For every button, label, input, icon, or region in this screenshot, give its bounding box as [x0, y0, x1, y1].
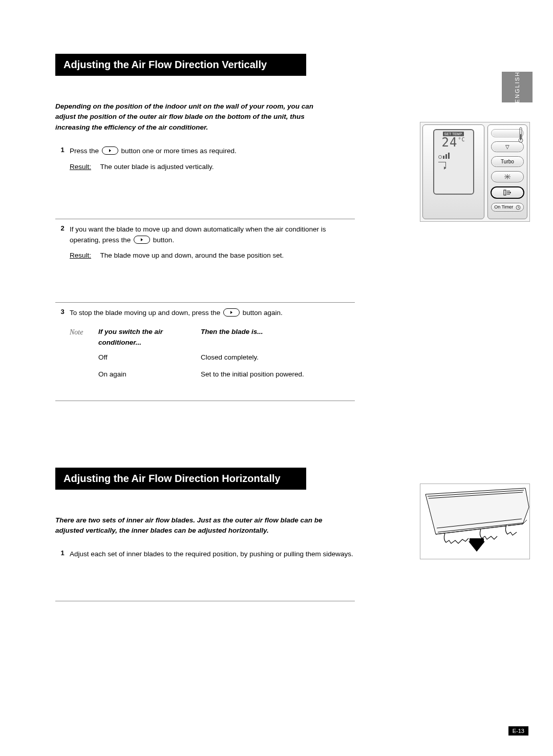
- step-number: 1: [55, 549, 70, 560]
- page-number: E-13: [508, 726, 528, 736]
- lcd-temperature: 24°C: [442, 135, 465, 150]
- step-row: 2 If you want the blade to move up and d…: [55, 219, 355, 303]
- step-number: 3: [55, 308, 70, 386]
- manual-page: ENGLISH SET TEMP. 24°C: [0, 0, 553, 756]
- thermometer-icon: [518, 127, 523, 143]
- note-label: Note: [70, 327, 98, 386]
- svg-rect-7: [504, 190, 506, 195]
- snowflake-icon: [503, 174, 512, 180]
- result-label: Result:: [70, 250, 98, 261]
- step-row: 1 Press the button one or more times as …: [55, 143, 355, 219]
- swing-button-icon: [223, 308, 240, 317]
- result-label: Result:: [70, 162, 98, 173]
- page-content: Adjusting the Air Flow Direction Vertica…: [55, 54, 424, 601]
- indoor-unit-illustration: [420, 484, 530, 559]
- step-body: To stop the blade moving up and down, pr…: [70, 308, 355, 386]
- swing-indicator-icon: [438, 162, 446, 169]
- section1-intro: Depending on the position of the indoor …: [55, 101, 332, 133]
- step-body: Press the button one or more times as re…: [70, 146, 355, 173]
- step-number: 2: [55, 224, 70, 262]
- note-row-item: On again Set to the initial position pow…: [98, 369, 355, 380]
- turbo-button: Turbo: [491, 156, 524, 167]
- fan-speed-icon: [438, 152, 450, 159]
- section-title-horizontal: Adjusting the Air Flow Direction Horizon…: [55, 468, 306, 490]
- note-header-result: Then the blade is...: [201, 327, 355, 348]
- on-timer-button: On Timer: [491, 203, 524, 212]
- remote-body-right: ▽ Turbo On Timer: [487, 124, 527, 219]
- triangle-down-icon: ▽: [505, 144, 509, 150]
- quiet-button: [491, 171, 524, 182]
- section2-intro: There are two sets of inner air flow bla…: [55, 515, 332, 536]
- section-title-vertical: Adjusting the Air Flow Direction Vertica…: [55, 54, 306, 76]
- note-row-item: Off Closed completely.: [98, 352, 355, 363]
- remote-body-left: SET TEMP. 24°C: [422, 124, 484, 219]
- swing-button: [491, 186, 524, 199]
- step-row: 3 To stop the blade moving up and down, …: [55, 303, 355, 401]
- step-body: Adjust each set of inner blades to the r…: [70, 549, 355, 560]
- note-block: Note If you switch the air conditioner..…: [70, 327, 355, 386]
- step-row: 1 Adjust each set of inner blades to the…: [55, 546, 355, 601]
- clock-icon: [516, 205, 521, 210]
- swing-button-icon: [102, 146, 118, 155]
- step-body: If you want the blade to move up and dow…: [70, 224, 355, 262]
- language-tab: ENGLISH: [502, 72, 533, 102]
- language-tab-label: ENGLISH: [514, 71, 520, 103]
- note-header-condition: If you switch the air conditioner...: [98, 327, 201, 348]
- remote-illustration: SET TEMP. 24°C ▽: [420, 122, 530, 222]
- swing-icon: [503, 190, 512, 196]
- note-table: If you switch the air conditioner... The…: [98, 327, 355, 386]
- step-number: 1: [55, 146, 70, 173]
- swing-button-icon: [134, 236, 150, 244]
- remote-lcd: SET TEMP. 24°C: [433, 129, 474, 195]
